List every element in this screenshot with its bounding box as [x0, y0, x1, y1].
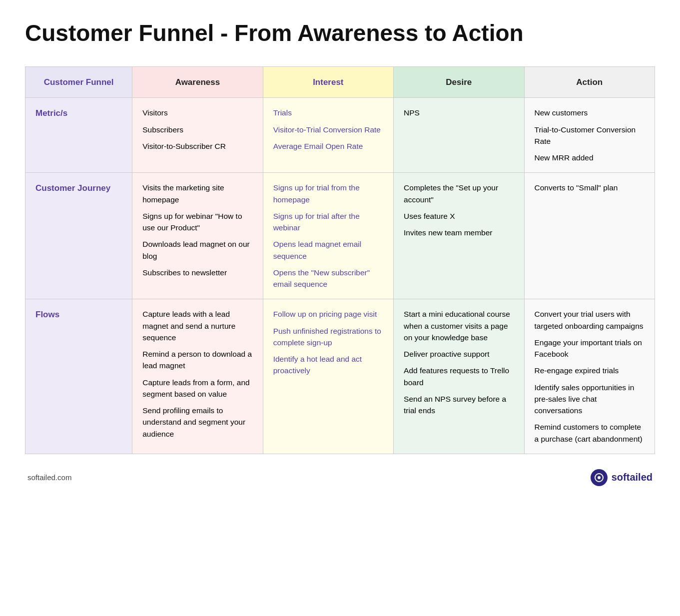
list-item: Trials [273, 107, 383, 118]
list-item: Convert your trial users with targeted o… [535, 308, 645, 332]
list-item: Capture leads with a lead magnet and sen… [142, 308, 252, 343]
cell-interest-row0: TrialsVisitor-to-Trial Conversion RateAv… [263, 98, 393, 173]
cell-interest-row1: Signs up for trial from the homepageSign… [263, 173, 393, 299]
list-item: Downloads lead magnet on our blog [142, 238, 252, 262]
header-desire: Desire [394, 66, 524, 98]
cell-desire-row0: NPS [394, 98, 524, 173]
header-interest: Interest [263, 66, 393, 98]
list-item: Push unfinished registrations to complet… [273, 325, 383, 349]
cell-desire-row2: Start a mini educational course when a c… [394, 299, 524, 454]
row-label-customer-journey: Customer Journey [25, 173, 132, 299]
cell-action-row2: Convert your trial users with targeted o… [524, 299, 655, 454]
footer: softailed.com softailed [25, 469, 655, 486]
list-item: Engage your important trials on Facebook [535, 337, 645, 360]
list-item: Visitor-to-Trial Conversion Rate [273, 124, 383, 135]
list-item: New customers [535, 107, 645, 118]
list-item: Identify a hot lead and act proactively [273, 353, 383, 377]
list-item: Subscribes to newsletter [142, 267, 252, 278]
list-item: Converts to "Small" plan [535, 182, 645, 193]
list-item: Visits the marketing site homepage [142, 182, 252, 205]
header-funnel: Customer Funnel [25, 66, 132, 98]
list-item: Opens the "New subscriber" email sequenc… [273, 267, 383, 290]
list-item: Signs up for trial from the homepage [273, 182, 383, 205]
list-item: Send profiling emails to understand and … [142, 405, 252, 440]
list-item: Average Email Open Rate [273, 140, 383, 152]
list-item: Add features requests to Trello board [404, 365, 514, 388]
list-item: Signs up for webinar "How to use our Pro… [142, 210, 252, 234]
list-item: Completes the "Set up your account" [404, 182, 514, 205]
list-item: Capture leads from a form, and segment b… [142, 377, 252, 400]
list-item: Signs up for trial after the webinar [273, 210, 383, 234]
list-item: New MRR added [535, 152, 645, 163]
list-item: Visitor-to-Subscriber CR [142, 140, 252, 152]
header-action: Action [524, 66, 655, 98]
list-item: Subscribers [142, 124, 252, 135]
cell-action-row1: Converts to "Small" plan [524, 173, 655, 299]
cell-desire-row1: Completes the "Set up your account"Uses … [394, 173, 524, 299]
cell-action-row0: New customersTrial-to-Customer Conversio… [524, 98, 655, 173]
list-item: Invites new team member [404, 227, 514, 238]
list-item: Visitors [142, 107, 252, 118]
list-item: Follow up on pricing page visit [273, 308, 383, 320]
cell-awareness-row0: VisitorsSubscribersVisitor-to-Subscriber… [132, 98, 263, 173]
list-item: Re-engage expired trials [535, 365, 645, 376]
cell-awareness-row1: Visits the marketing site homepageSigns … [132, 173, 263, 299]
cell-interest-row2: Follow up on pricing page visitPush unfi… [263, 299, 393, 454]
logo-icon [591, 469, 608, 486]
row-label-flows: Flows [25, 299, 132, 454]
svg-point-1 [598, 476, 601, 479]
list-item: Deliver proactive support [404, 348, 514, 360]
header-awareness: Awareness [132, 66, 263, 98]
list-item: Uses feature X [404, 210, 514, 222]
logo-text: softailed [612, 472, 653, 483]
list-item: Opens lead magnet email sequence [273, 238, 383, 262]
row-label-metric/s: Metric/s [25, 98, 132, 173]
list-item: NPS [404, 107, 514, 118]
page-title: Customer Funnel - From Awareness to Acti… [25, 20, 655, 46]
list-item: Remind customers to complete a purchase … [535, 421, 645, 445]
footer-logo: softailed [591, 469, 653, 486]
list-item: Start a mini educational course when a c… [404, 308, 514, 343]
list-item: Identify sales opportunities in pre-sale… [535, 382, 645, 417]
list-item: Trial-to-Customer Conversion Rate [535, 124, 645, 147]
list-item: Send an NPS survey before a trial ends [404, 393, 514, 417]
footer-url: softailed.com [27, 473, 71, 482]
cell-awareness-row2: Capture leads with a lead magnet and sen… [132, 299, 263, 454]
list-item: Remind a person to download a lead magne… [142, 348, 252, 372]
